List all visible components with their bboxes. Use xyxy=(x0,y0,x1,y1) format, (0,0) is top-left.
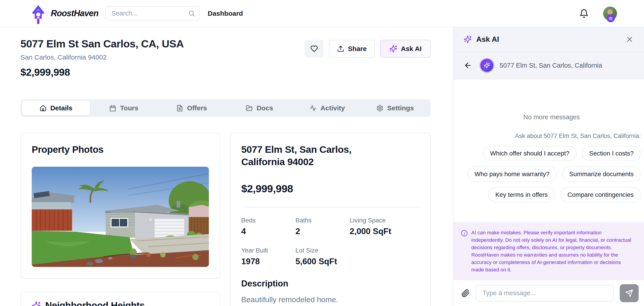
send-icon xyxy=(625,289,633,297)
nav-dashboard-link[interactable]: Dashboard xyxy=(208,10,243,17)
crown-icon xyxy=(608,16,613,21)
tab-settings[interactable]: Settings xyxy=(361,101,429,115)
property-details-card: 5077 Elm St, San Carlos, California 9400… xyxy=(230,133,430,306)
nav-right xyxy=(579,6,644,20)
tab-tours[interactable]: Tours xyxy=(90,101,158,115)
property-header: 5077 Elm St San Carlos, CA, USA San Carl… xyxy=(20,37,184,78)
neighborhood-card-title: Neighborhood Heights xyxy=(45,300,145,306)
ask-ai-chat-header: 5077 Elm St, San Carlos, California xyxy=(453,52,644,79)
search-input[interactable] xyxy=(105,6,200,21)
stat-baths: Baths 2 xyxy=(296,217,350,236)
paperclip-icon[interactable] xyxy=(462,289,470,298)
brand-name: RoostHaven xyxy=(51,8,98,18)
suggestion-chip[interactable]: Which offer should I accept? xyxy=(483,146,577,161)
page-price: $2,999,998 xyxy=(20,66,184,78)
property-photos-card: Property Photos xyxy=(20,133,220,279)
stat-value: 2,000 SqFt xyxy=(350,227,419,236)
sparkles-icon xyxy=(32,301,41,306)
arrow-left-icon[interactable] xyxy=(464,61,472,70)
ai-disclaimer: AI can make mistakes. Please verify impo… xyxy=(453,222,644,280)
suggestion-chip[interactable]: Summarize documents xyxy=(562,166,641,182)
photos-card-title: Property Photos xyxy=(32,144,209,155)
stat-label: Year Built xyxy=(241,247,296,254)
tab-label: Tours xyxy=(120,104,138,112)
tab-label: Offers xyxy=(187,104,207,112)
calendar-icon xyxy=(109,105,116,112)
share-button[interactable]: Share xyxy=(329,40,374,58)
property-photo-image xyxy=(32,167,209,267)
stat-living-space: Living Space 2,000 SqFt xyxy=(350,217,419,236)
birdhouse-logo-icon xyxy=(30,5,46,24)
ask-ai-panel-title: Ask AI xyxy=(476,35,499,43)
page-title: 5077 Elm St San Carlos, CA, USA xyxy=(20,37,184,50)
page-subtitle: San Carlos, California 94002 xyxy=(20,53,184,61)
top-navigation: RoostHaven Dashboard xyxy=(0,0,644,27)
ask-ai-button[interactable]: Ask AI xyxy=(380,40,430,58)
assistant-avatar xyxy=(480,59,493,72)
ask-ai-button-label: Ask AI xyxy=(401,45,422,52)
tab-details[interactable]: Details xyxy=(22,101,90,115)
no-more-messages-text: No more messages xyxy=(462,113,641,121)
stat-value: 2 xyxy=(296,227,350,236)
property-photo[interactable] xyxy=(32,167,209,267)
tab-label: Activity xyxy=(320,104,345,112)
bell-icon[interactable] xyxy=(579,9,589,18)
suggestion-chips: Which offer should I accept? Section I c… xyxy=(462,146,641,202)
upload-icon xyxy=(337,45,344,52)
property-content: 5077 Elm St San Carlos, CA, USA San Carl… xyxy=(0,27,453,306)
stat-label: Baths xyxy=(296,217,350,224)
send-button[interactable] xyxy=(620,284,638,302)
details-price: $2,999,998 xyxy=(241,182,419,195)
stat-value: 5,600 SqFt xyxy=(296,257,350,266)
sparkles-icon xyxy=(389,45,397,53)
stat-beds: Beds 4 xyxy=(241,217,296,236)
chat-title: 5077 Elm St, San Carlos, California xyxy=(500,62,602,69)
favorite-button[interactable] xyxy=(305,40,324,58)
description-heading: Description xyxy=(241,279,419,289)
description-text: Beautifully remodeled home. xyxy=(241,295,419,304)
ai-disclaimer-text: AI can make mistakes. Please verify impo… xyxy=(471,229,634,274)
tab-label: Docs xyxy=(256,104,273,112)
home-icon xyxy=(40,105,46,112)
user-avatar[interactable] xyxy=(603,6,617,20)
chat-input-row xyxy=(453,280,644,306)
ask-ai-panel-header: Ask AI xyxy=(453,27,644,52)
app-window: RoostHaven Dashboard xyxy=(0,0,644,306)
brand-logo[interactable]: RoostHaven xyxy=(30,3,98,24)
share-button-label: Share xyxy=(348,45,366,52)
close-icon[interactable] xyxy=(626,35,634,43)
stat-year-built: Year Built 1978 xyxy=(241,247,296,266)
file-text-icon xyxy=(176,105,183,112)
tab-label: Settings xyxy=(387,104,414,112)
message-input[interactable] xyxy=(476,285,614,302)
chat-messages-area: No more messages Ask about 5077 Elm St, … xyxy=(453,79,644,222)
stat-value: 4 xyxy=(241,227,296,236)
stat-value: 1978 xyxy=(241,257,296,266)
activity-icon xyxy=(310,105,316,112)
suggestion-chip[interactable]: Section I costs? xyxy=(582,146,641,161)
suggestion-chip[interactable]: Compare contingencies xyxy=(560,187,641,202)
sparkles-icon xyxy=(464,35,472,43)
details-stats: Beds 4 Baths 2 Living Space 2,000 SqFt xyxy=(241,217,419,266)
details-divider xyxy=(241,207,419,207)
global-search xyxy=(105,6,200,21)
search-icon xyxy=(188,10,195,17)
tab-label: Details xyxy=(50,104,72,112)
avatar-crown-badge xyxy=(607,14,615,22)
property-actions: Share Ask AI xyxy=(305,40,430,58)
tab-activity[interactable]: Activity xyxy=(294,101,361,115)
stat-label: Living Space xyxy=(350,217,419,224)
tab-docs[interactable]: Docs xyxy=(226,101,294,115)
stat-lot-size: Lot Size 5,600 SqFt xyxy=(296,247,350,266)
suggestion-chip[interactable]: Who pays home warranty? xyxy=(468,166,557,182)
suggestion-chip[interactable]: Key terms in offers xyxy=(488,187,555,202)
suggestions-label: Ask about 5077 Elm St, San Carlos, Calif… xyxy=(462,133,641,140)
stat-label: Lot Size xyxy=(296,247,350,254)
heart-icon xyxy=(310,45,318,52)
gear-icon xyxy=(376,105,384,112)
stat-label: Beds xyxy=(241,217,296,224)
sparkles-icon xyxy=(484,62,490,68)
details-address: 5077 Elm St, San Carlos, California 9400… xyxy=(241,143,385,168)
tab-offers[interactable]: Offers xyxy=(158,101,226,115)
property-tabbar: Details Tours Offers xyxy=(20,99,430,117)
